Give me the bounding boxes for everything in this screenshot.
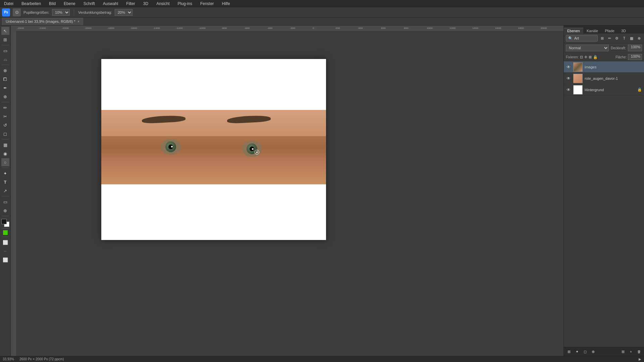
extra-tools-btn[interactable]: ··· (1, 247, 9, 255)
panel-group-icon[interactable]: ⊞ (620, 349, 626, 355)
layer-item-hintergrund[interactable]: 👁 Hintergrund 🔒 (564, 84, 644, 96)
layer-filter-icon6[interactable]: ⊕ (636, 35, 642, 41)
layer-search[interactable]: 🔍 Art (566, 35, 598, 42)
layer-thumb-hintergrund (573, 85, 583, 95)
svg-text:-1000: -1000 (199, 27, 206, 29)
blur-tool[interactable]: ◉ (1, 149, 9, 158)
green-swatch[interactable] (3, 230, 8, 235)
layer-search-value: Art (574, 36, 579, 40)
svg-text:-1800: -1800 (107, 27, 114, 29)
menu-item-plugins[interactable]: Plug-ins (176, 1, 194, 7)
status-info: ▶ (639, 357, 641, 361)
lock-label: Fixieren: (566, 55, 579, 59)
opacity-value[interactable]: 100% (628, 45, 642, 51)
lock-artboards-icon[interactable]: ⊞ (589, 55, 592, 59)
tab-close-icon[interactable]: × (77, 20, 79, 23)
menu-item-hilfe[interactable]: Hilfe (221, 1, 231, 7)
tool-sep-2 (2, 65, 9, 65)
panel-tabs: Ebenen Kanäle Pfade 3D (564, 25, 644, 34)
main-layout: ↖ ⊞ ▭ ⌓ ⊗ ⧠ ✒ ⊕ ✏ ✂ ↺ ◻ ▦ ◉ ○ ✦ T ↗ ▭ ⊕ … (0, 25, 644, 356)
tool-sep-3 (2, 102, 9, 102)
eyedropper-tool[interactable]: ✒ (1, 84, 9, 92)
text-tool[interactable]: T (1, 178, 9, 186)
zoom-tool[interactable]: ⊕ (1, 206, 9, 215)
menu-item-filter[interactable]: Filter (125, 1, 137, 7)
status-dims: 2600 Px × 2000 Px (72 ppcm) (19, 357, 64, 361)
pupil-label: Pupillengrößen: (23, 10, 49, 14)
lock-all-icon[interactable]: 🔒 (593, 55, 598, 59)
panel-delete-layer-icon[interactable]: 🗑 (636, 349, 642, 355)
tab-ebenen[interactable]: Ebenen (564, 28, 583, 34)
blend-mode-select[interactable]: Normal Multiplizieren Bildschirm Überlag… (566, 45, 609, 51)
svg-text:0: 0 (313, 27, 314, 29)
menu-item-ebene[interactable]: Ebene (62, 1, 77, 7)
layer-filter-icon3[interactable]: ⚙ (614, 35, 620, 41)
brush-tool[interactable]: ✏ (1, 104, 9, 112)
foreground-color-swatch[interactable] (1, 219, 7, 224)
svg-text:-1200: -1200 (176, 27, 183, 29)
history-brush-tool[interactable]: ↺ (1, 121, 9, 129)
fill-value[interactable]: 100% (628, 54, 642, 60)
pupil-size-select[interactable]: 10% 20% 50% (52, 9, 70, 16)
path-selection-tool[interactable]: ↗ (1, 187, 9, 195)
tab-pfade[interactable]: Pfade (601, 28, 618, 34)
svg-text:1000: 1000 (427, 27, 433, 29)
frame-tool[interactable]: ⬜ (1, 256, 9, 264)
layer-filter-icon1[interactable]: ⊞ (599, 35, 605, 41)
lock-position-icon[interactable]: ✛ (584, 55, 587, 59)
healing-brush-tool[interactable]: ⊕ (1, 93, 9, 101)
layer-filter-icon2[interactable]: ✏ (606, 35, 612, 41)
menu-item-ansicht[interactable]: Ansicht (155, 1, 171, 7)
menu-item-auswahl[interactable]: Auswahl (102, 1, 119, 7)
verdunklungs-select[interactable]: 20% 50% (115, 9, 132, 16)
layer-filter-icon5[interactable]: ▦ (629, 35, 635, 41)
panel-adjust-icon[interactable]: ✦ (574, 349, 580, 355)
layer-item-images[interactable]: 👁 images (564, 61, 644, 73)
menu-item-3d[interactable]: 3D (142, 1, 150, 7)
toolbar-divider-1 (74, 9, 74, 16)
menu-item-schrift[interactable]: Schrift (82, 1, 96, 7)
move-tool[interactable]: ↖ (1, 27, 9, 35)
tool-sep-6 (2, 196, 9, 196)
quick-selection-tool[interactable]: ⊗ (1, 66, 9, 74)
panel-link-icon[interactable]: ⊞ (566, 349, 572, 355)
svg-text:-2200: -2200 (62, 27, 69, 29)
lasso-tool[interactable]: ⌓ (1, 55, 9, 63)
gradient-tool[interactable]: ▦ (1, 141, 9, 149)
menu-item-fenster[interactable]: Fenster (199, 1, 215, 7)
color-swatches[interactable] (1, 219, 9, 227)
artboard-tool[interactable]: ⊞ (1, 36, 9, 44)
right-eyebrow (227, 116, 271, 123)
left-eye (151, 136, 191, 160)
screen-mode-btn[interactable]: ⬜ (1, 238, 9, 246)
layer-visibility-images[interactable]: 👁 (566, 64, 571, 70)
dodge-tool[interactable]: ○ (1, 158, 9, 166)
menu-item-datei[interactable]: Datei (3, 1, 15, 7)
panel-style-icon[interactable]: ⊕ (590, 349, 596, 355)
verdunklungs-label: Verdunklungsbetrag: (78, 10, 112, 14)
layer-visibility-hintergrund[interactable]: 👁 (566, 87, 571, 93)
opacity-label: Deckkraft: (611, 46, 626, 50)
panel-mask-icon[interactable]: ◻ (582, 349, 588, 355)
pen-tool[interactable]: ✦ (1, 169, 9, 177)
blend-opacity-row: Normal Multiplizieren Bildschirm Überlag… (564, 43, 644, 53)
shape-tool[interactable]: ▭ (1, 198, 9, 206)
eye-scene[interactable] (101, 110, 326, 184)
tab-3d[interactable]: 3D (618, 28, 629, 34)
layer-visibility-rote[interactable]: 👁 (566, 76, 571, 81)
crop-tool[interactable]: ⧠ (1, 75, 9, 83)
rectangular-marquee-tool[interactable]: ▭ (1, 47, 9, 55)
layer-filter-icon4[interactable]: T (621, 35, 627, 41)
menu-item-bild[interactable]: Bild (48, 1, 57, 7)
layer-item-rote[interactable]: 👁 rote_augen_davor-1 (564, 73, 644, 84)
lock-pixels-icon[interactable]: ⊡ (580, 55, 583, 59)
eraser-tool[interactable]: ◻ (1, 130, 9, 138)
canvas-area: -2600 -2400 -2200 -2000 -1800 -1600 -140… (11, 25, 564, 356)
toolbar: Ps ⊙ Pupillengrößen: 10% 20% 50% Verdunk… (0, 7, 644, 17)
menu-item-bearbeiten[interactable]: Bearbeiten (20, 1, 42, 7)
ruler-corner (11, 25, 16, 31)
panel-new-layer-icon[interactable]: + (628, 349, 634, 355)
clone-stamp-tool[interactable]: ✂ (1, 112, 9, 120)
document-tab[interactable]: Unbenannt-1 bei 33,9% (images, RGB/8) * … (2, 18, 83, 25)
tab-kanale[interactable]: Kanäle (583, 28, 601, 34)
